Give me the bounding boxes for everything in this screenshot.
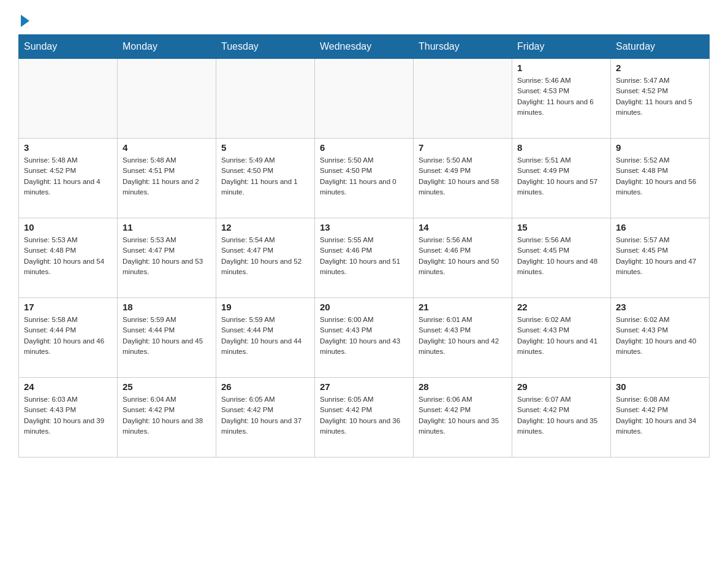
day-info: Sunrise: 5:53 AMSunset: 4:48 PMDaylight:…	[24, 235, 112, 277]
day-number: 7	[419, 142, 507, 153]
weekday-header-saturday: Saturday	[611, 35, 710, 59]
calendar-cell: 23Sunrise: 6:02 AMSunset: 4:43 PMDayligh…	[611, 298, 710, 378]
weekday-header-row: SundayMondayTuesdayWednesdayThursdayFrid…	[19, 35, 710, 59]
week-row-1: 1Sunrise: 5:46 AMSunset: 4:53 PMDaylight…	[19, 59, 710, 139]
day-number: 20	[320, 302, 408, 312]
day-number: 9	[616, 142, 704, 153]
day-info: Sunrise: 5:47 AMSunset: 4:52 PMDaylight:…	[616, 75, 704, 118]
day-number: 21	[419, 302, 507, 312]
day-info: Sunrise: 6:02 AMSunset: 4:43 PMDaylight:…	[616, 315, 704, 357]
day-number: 26	[221, 381, 309, 392]
day-number: 11	[123, 222, 211, 232]
calendar-cell: 2Sunrise: 5:47 AMSunset: 4:52 PMDaylight…	[611, 59, 710, 139]
day-number: 25	[123, 381, 211, 392]
day-number: 1	[517, 63, 605, 73]
weekday-header-sunday: Sunday	[19, 35, 118, 59]
calendar-cell: 13Sunrise: 5:55 AMSunset: 4:46 PMDayligh…	[315, 218, 414, 298]
day-number: 24	[24, 381, 112, 392]
calendar-cell	[19, 59, 118, 139]
day-info: Sunrise: 5:50 AMSunset: 4:50 PMDaylight:…	[320, 155, 408, 197]
day-number: 28	[419, 381, 507, 392]
calendar-cell: 26Sunrise: 6:05 AMSunset: 4:42 PMDayligh…	[216, 378, 315, 458]
day-info: Sunrise: 5:53 AMSunset: 4:47 PMDaylight:…	[123, 235, 211, 277]
calendar-cell: 17Sunrise: 5:58 AMSunset: 4:44 PMDayligh…	[19, 298, 118, 378]
calendar-cell: 9Sunrise: 5:52 AMSunset: 4:48 PMDaylight…	[611, 139, 710, 218]
day-number: 8	[517, 142, 605, 153]
day-info: Sunrise: 6:00 AMSunset: 4:43 PMDaylight:…	[320, 315, 408, 357]
week-row-5: 24Sunrise: 6:03 AMSunset: 4:43 PMDayligh…	[19, 378, 710, 458]
day-info: Sunrise: 5:59 AMSunset: 4:44 PMDaylight:…	[221, 315, 309, 357]
calendar-cell	[414, 59, 512, 139]
calendar-cell: 8Sunrise: 5:51 AMSunset: 4:49 PMDaylight…	[512, 139, 611, 218]
day-info: Sunrise: 6:06 AMSunset: 4:42 PMDaylight:…	[419, 394, 507, 437]
day-number: 19	[221, 302, 309, 312]
calendar-cell: 11Sunrise: 5:53 AMSunset: 4:47 PMDayligh…	[118, 218, 216, 298]
week-row-4: 17Sunrise: 5:58 AMSunset: 4:44 PMDayligh…	[19, 298, 710, 378]
calendar-cell: 15Sunrise: 5:56 AMSunset: 4:45 PMDayligh…	[512, 218, 611, 298]
day-number: 14	[419, 222, 507, 232]
calendar-cell	[118, 59, 216, 139]
day-info: Sunrise: 5:51 AMSunset: 4:49 PMDaylight:…	[517, 155, 605, 197]
day-info: Sunrise: 6:03 AMSunset: 4:43 PMDaylight:…	[24, 394, 112, 437]
day-info: Sunrise: 6:08 AMSunset: 4:42 PMDaylight:…	[616, 394, 704, 437]
day-info: Sunrise: 6:02 AMSunset: 4:43 PMDaylight:…	[517, 315, 605, 357]
calendar-cell: 10Sunrise: 5:53 AMSunset: 4:48 PMDayligh…	[19, 218, 118, 298]
calendar-cell	[216, 59, 315, 139]
calendar-cell: 29Sunrise: 6:07 AMSunset: 4:42 PMDayligh…	[512, 378, 611, 458]
weekday-header-wednesday: Wednesday	[315, 35, 414, 59]
day-info: Sunrise: 5:48 AMSunset: 4:52 PMDaylight:…	[24, 155, 112, 197]
day-info: Sunrise: 5:48 AMSunset: 4:51 PMDaylight:…	[123, 155, 211, 197]
calendar-cell: 27Sunrise: 6:05 AMSunset: 4:42 PMDayligh…	[315, 378, 414, 458]
day-info: Sunrise: 6:01 AMSunset: 4:43 PMDaylight:…	[419, 315, 507, 357]
calendar-body: 1Sunrise: 5:46 AMSunset: 4:53 PMDaylight…	[19, 59, 710, 458]
day-number: 30	[616, 381, 704, 392]
logo-arrow-icon	[21, 15, 29, 27]
calendar-cell: 16Sunrise: 5:57 AMSunset: 4:45 PMDayligh…	[611, 218, 710, 298]
calendar-cell: 12Sunrise: 5:54 AMSunset: 4:47 PMDayligh…	[216, 218, 315, 298]
calendar-cell: 3Sunrise: 5:48 AMSunset: 4:52 PMDaylight…	[19, 139, 118, 218]
calendar-cell: 25Sunrise: 6:04 AMSunset: 4:42 PMDayligh…	[118, 378, 216, 458]
logo	[18, 12, 29, 25]
day-number: 13	[320, 222, 408, 232]
day-number: 4	[123, 142, 211, 153]
calendar-cell: 30Sunrise: 6:08 AMSunset: 4:42 PMDayligh…	[611, 378, 710, 458]
day-number: 3	[24, 142, 112, 153]
day-info: Sunrise: 6:07 AMSunset: 4:42 PMDaylight:…	[517, 394, 605, 437]
week-row-3: 10Sunrise: 5:53 AMSunset: 4:48 PMDayligh…	[19, 218, 710, 298]
day-number: 29	[517, 381, 605, 392]
day-number: 12	[221, 222, 309, 232]
day-number: 22	[517, 302, 605, 312]
weekday-header-friday: Friday	[512, 35, 611, 59]
calendar-header: SundayMondayTuesdayWednesdayThursdayFrid…	[19, 35, 710, 59]
calendar-cell: 24Sunrise: 6:03 AMSunset: 4:43 PMDayligh…	[19, 378, 118, 458]
day-info: Sunrise: 5:56 AMSunset: 4:45 PMDaylight:…	[517, 235, 605, 277]
calendar-cell: 22Sunrise: 6:02 AMSunset: 4:43 PMDayligh…	[512, 298, 611, 378]
day-info: Sunrise: 5:54 AMSunset: 4:47 PMDaylight:…	[221, 235, 309, 277]
day-number: 15	[517, 222, 605, 232]
calendar-cell	[315, 59, 414, 139]
day-info: Sunrise: 5:58 AMSunset: 4:44 PMDaylight:…	[24, 315, 112, 357]
page-header	[18, 12, 710, 25]
calendar-cell: 4Sunrise: 5:48 AMSunset: 4:51 PMDaylight…	[118, 139, 216, 218]
weekday-header-thursday: Thursday	[414, 35, 512, 59]
day-number: 16	[616, 222, 704, 232]
calendar-cell: 19Sunrise: 5:59 AMSunset: 4:44 PMDayligh…	[216, 298, 315, 378]
day-info: Sunrise: 5:55 AMSunset: 4:46 PMDaylight:…	[320, 235, 408, 277]
calendar-cell: 21Sunrise: 6:01 AMSunset: 4:43 PMDayligh…	[414, 298, 512, 378]
calendar-cell: 1Sunrise: 5:46 AMSunset: 4:53 PMDaylight…	[512, 59, 611, 139]
day-info: Sunrise: 5:49 AMSunset: 4:50 PMDaylight:…	[221, 155, 309, 197]
calendar-cell: 5Sunrise: 5:49 AMSunset: 4:50 PMDaylight…	[216, 139, 315, 218]
calendar-cell: 14Sunrise: 5:56 AMSunset: 4:46 PMDayligh…	[414, 218, 512, 298]
day-info: Sunrise: 6:05 AMSunset: 4:42 PMDaylight:…	[221, 394, 309, 437]
day-number: 2	[616, 63, 704, 73]
day-info: Sunrise: 6:04 AMSunset: 4:42 PMDaylight:…	[123, 394, 211, 437]
day-number: 27	[320, 381, 408, 392]
weekday-header-tuesday: Tuesday	[216, 35, 315, 59]
day-info: Sunrise: 5:59 AMSunset: 4:44 PMDaylight:…	[123, 315, 211, 357]
day-info: Sunrise: 5:52 AMSunset: 4:48 PMDaylight:…	[616, 155, 704, 197]
calendar-table: SundayMondayTuesdayWednesdayThursdayFrid…	[18, 34, 710, 458]
day-info: Sunrise: 5:56 AMSunset: 4:46 PMDaylight:…	[419, 235, 507, 277]
day-number: 17	[24, 302, 112, 312]
day-number: 23	[616, 302, 704, 312]
weekday-header-monday: Monday	[118, 35, 216, 59]
